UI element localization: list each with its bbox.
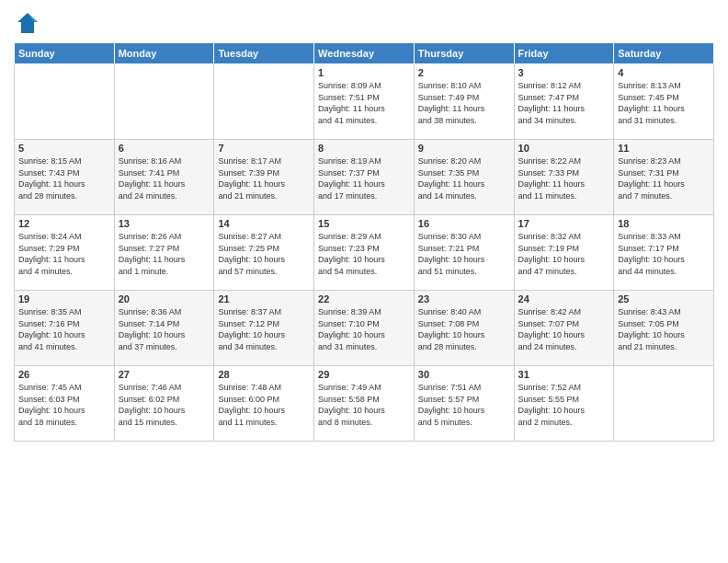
calendar-cell: 27Sunrise: 7:46 AM Sunset: 6:02 PM Dayli… [114, 366, 214, 442]
calendar-cell: 18Sunrise: 8:33 AM Sunset: 7:17 PM Dayli… [614, 215, 714, 291]
day-number: 12 [18, 218, 110, 229]
calendar-cell: 7Sunrise: 8:17 AM Sunset: 7:39 PM Daylig… [214, 140, 314, 215]
day-number: 16 [418, 218, 510, 229]
day-number: 21 [218, 293, 310, 304]
calendar-cell [614, 366, 714, 442]
calendar-cell: 4Sunrise: 8:13 AM Sunset: 7:45 PM Daylig… [614, 64, 714, 140]
day-number: 9 [418, 143, 510, 154]
day-number: 29 [318, 369, 410, 380]
calendar-cell [15, 64, 115, 140]
day-info: Sunrise: 8:17 AM Sunset: 7:39 PM Dayligh… [218, 155, 310, 201]
calendar-cell: 24Sunrise: 8:42 AM Sunset: 7:07 PM Dayli… [514, 291, 614, 366]
calendar-header-row: SundayMondayTuesdayWednesdayThursdayFrid… [15, 43, 714, 64]
day-number: 4 [618, 67, 710, 78]
day-info: Sunrise: 7:49 AM Sunset: 5:58 PM Dayligh… [318, 382, 410, 428]
day-number: 25 [618, 293, 710, 304]
day-info: Sunrise: 8:27 AM Sunset: 7:25 PM Dayligh… [218, 231, 310, 277]
day-number: 27 [119, 369, 210, 380]
calendar-cell: 2Sunrise: 8:10 AM Sunset: 7:49 PM Daylig… [414, 64, 514, 140]
calendar-cell: 11Sunrise: 8:23 AM Sunset: 7:31 PM Dayli… [614, 140, 714, 215]
calendar-cell: 31Sunrise: 7:52 AM Sunset: 5:55 PM Dayli… [514, 366, 614, 442]
day-number: 10 [518, 143, 610, 154]
calendar-header-thursday: Thursday [414, 43, 514, 64]
day-info: Sunrise: 8:13 AM Sunset: 7:45 PM Dayligh… [618, 80, 710, 126]
calendar-week-1: 5Sunrise: 8:15 AM Sunset: 7:43 PM Daylig… [15, 140, 714, 215]
day-info: Sunrise: 8:33 AM Sunset: 7:17 PM Dayligh… [618, 231, 710, 277]
day-info: Sunrise: 8:15 AM Sunset: 7:43 PM Dayligh… [18, 155, 110, 201]
calendar-cell: 26Sunrise: 7:45 AM Sunset: 6:03 PM Dayli… [15, 366, 115, 442]
svg-marker-0 [17, 13, 38, 33]
calendar-header-wednesday: Wednesday [314, 43, 415, 64]
day-info: Sunrise: 8:43 AM Sunset: 7:05 PM Dayligh… [618, 306, 710, 352]
day-info: Sunrise: 8:39 AM Sunset: 7:10 PM Dayligh… [318, 306, 410, 352]
calendar-cell: 21Sunrise: 8:37 AM Sunset: 7:12 PM Dayli… [214, 291, 314, 366]
day-number: 13 [119, 218, 210, 229]
day-info: Sunrise: 8:29 AM Sunset: 7:23 PM Dayligh… [318, 231, 410, 277]
day-number: 20 [119, 293, 210, 304]
day-info: Sunrise: 8:32 AM Sunset: 7:19 PM Dayligh… [518, 231, 610, 277]
calendar-cell: 9Sunrise: 8:20 AM Sunset: 7:35 PM Daylig… [414, 140, 514, 215]
day-info: Sunrise: 8:22 AM Sunset: 7:33 PM Dayligh… [518, 155, 610, 201]
day-info: Sunrise: 8:37 AM Sunset: 7:12 PM Dayligh… [218, 306, 310, 352]
day-info: Sunrise: 8:26 AM Sunset: 7:27 PM Dayligh… [119, 231, 210, 277]
logo [14, 9, 45, 37]
day-number: 3 [518, 67, 610, 78]
calendar-header-friday: Friday [514, 43, 614, 64]
day-info: Sunrise: 8:16 AM Sunset: 7:41 PM Dayligh… [119, 155, 210, 201]
calendar-cell: 23Sunrise: 8:40 AM Sunset: 7:08 PM Dayli… [414, 291, 514, 366]
day-info: Sunrise: 8:12 AM Sunset: 7:47 PM Dayligh… [518, 80, 610, 126]
day-number: 14 [218, 218, 310, 229]
calendar-header-monday: Monday [114, 43, 214, 64]
day-info: Sunrise: 8:42 AM Sunset: 7:07 PM Dayligh… [518, 306, 610, 352]
day-info: Sunrise: 8:36 AM Sunset: 7:14 PM Dayligh… [119, 306, 210, 352]
day-number: 26 [18, 369, 110, 380]
day-number: 8 [318, 143, 410, 154]
calendar-week-2: 12Sunrise: 8:24 AM Sunset: 7:29 PM Dayli… [15, 215, 714, 291]
day-number: 30 [418, 369, 510, 380]
calendar-cell: 6Sunrise: 8:16 AM Sunset: 7:41 PM Daylig… [114, 140, 214, 215]
day-number: 1 [318, 67, 410, 78]
calendar-cell: 30Sunrise: 7:51 AM Sunset: 5:57 PM Dayli… [414, 366, 514, 442]
day-number: 28 [218, 369, 310, 380]
day-info: Sunrise: 7:52 AM Sunset: 5:55 PM Dayligh… [518, 382, 610, 428]
calendar-cell: 14Sunrise: 8:27 AM Sunset: 7:25 PM Dayli… [214, 215, 314, 291]
day-info: Sunrise: 7:51 AM Sunset: 5:57 PM Dayligh… [418, 382, 510, 428]
day-number: 7 [218, 143, 310, 154]
day-number: 22 [318, 293, 410, 304]
calendar: SundayMondayTuesdayWednesdayThursdayFrid… [14, 42, 714, 442]
day-info: Sunrise: 8:09 AM Sunset: 7:51 PM Dayligh… [318, 80, 410, 126]
calendar-cell: 29Sunrise: 7:49 AM Sunset: 5:58 PM Dayli… [314, 366, 415, 442]
calendar-cell: 8Sunrise: 8:19 AM Sunset: 7:37 PM Daylig… [314, 140, 415, 215]
day-info: Sunrise: 8:20 AM Sunset: 7:35 PM Dayligh… [418, 155, 510, 201]
day-number: 17 [518, 218, 610, 229]
calendar-cell: 20Sunrise: 8:36 AM Sunset: 7:14 PM Dayli… [114, 291, 214, 366]
day-info: Sunrise: 8:23 AM Sunset: 7:31 PM Dayligh… [618, 155, 710, 201]
calendar-cell: 28Sunrise: 7:48 AM Sunset: 6:00 PM Dayli… [214, 366, 314, 442]
day-number: 11 [618, 143, 710, 154]
day-info: Sunrise: 8:35 AM Sunset: 7:16 PM Dayligh… [18, 306, 110, 352]
day-info: Sunrise: 8:40 AM Sunset: 7:08 PM Dayligh… [418, 306, 510, 352]
day-info: Sunrise: 7:46 AM Sunset: 6:02 PM Dayligh… [119, 382, 210, 428]
logo-icon [14, 9, 41, 37]
day-info: Sunrise: 7:48 AM Sunset: 6:00 PM Dayligh… [218, 382, 310, 428]
calendar-cell: 19Sunrise: 8:35 AM Sunset: 7:16 PM Dayli… [15, 291, 115, 366]
calendar-header-saturday: Saturday [614, 43, 714, 64]
day-number: 2 [418, 67, 510, 78]
calendar-week-0: 1Sunrise: 8:09 AM Sunset: 7:51 PM Daylig… [15, 64, 714, 140]
calendar-cell [214, 64, 314, 140]
calendar-cell [114, 64, 214, 140]
calendar-cell: 15Sunrise: 8:29 AM Sunset: 7:23 PM Dayli… [314, 215, 415, 291]
day-info: Sunrise: 8:30 AM Sunset: 7:21 PM Dayligh… [418, 231, 510, 277]
calendar-cell: 22Sunrise: 8:39 AM Sunset: 7:10 PM Dayli… [314, 291, 415, 366]
calendar-week-3: 19Sunrise: 8:35 AM Sunset: 7:16 PM Dayli… [15, 291, 714, 366]
calendar-cell: 25Sunrise: 8:43 AM Sunset: 7:05 PM Dayli… [614, 291, 714, 366]
day-number: 15 [318, 218, 410, 229]
header [14, 9, 714, 37]
calendar-cell: 12Sunrise: 8:24 AM Sunset: 7:29 PM Dayli… [15, 215, 115, 291]
day-info: Sunrise: 8:10 AM Sunset: 7:49 PM Dayligh… [418, 80, 510, 126]
day-number: 31 [518, 369, 610, 380]
calendar-cell: 5Sunrise: 8:15 AM Sunset: 7:43 PM Daylig… [15, 140, 115, 215]
calendar-cell: 10Sunrise: 8:22 AM Sunset: 7:33 PM Dayli… [514, 140, 614, 215]
day-number: 24 [518, 293, 610, 304]
calendar-header-sunday: Sunday [15, 43, 115, 64]
